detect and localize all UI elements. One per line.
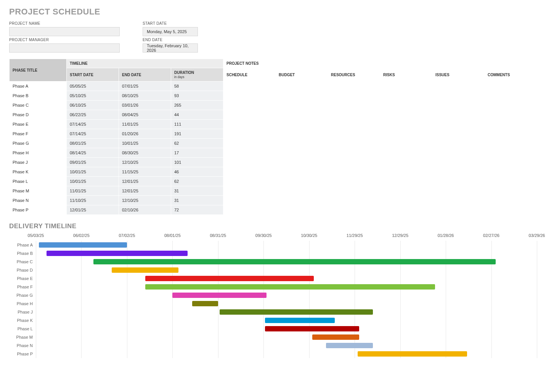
phase-title-cell[interactable]: Phase K xyxy=(10,167,67,177)
issues-cell[interactable] xyxy=(432,158,485,167)
risks-cell[interactable] xyxy=(380,196,432,205)
start-date-cell[interactable]: 11/01/25 xyxy=(67,186,119,196)
resources-cell[interactable] xyxy=(328,186,380,196)
start-date-cell[interactable]: 06/10/25 xyxy=(67,101,119,110)
end-date-cell[interactable]: 08/10/25 xyxy=(119,91,171,101)
risks-cell[interactable] xyxy=(380,110,432,120)
issues-cell[interactable] xyxy=(432,129,485,139)
resources-cell[interactable] xyxy=(328,91,380,101)
issues-cell[interactable] xyxy=(432,82,485,91)
budget-cell[interactable] xyxy=(276,148,328,158)
comments-cell[interactable] xyxy=(485,196,537,205)
issues-cell[interactable] xyxy=(432,91,485,101)
phase-title-cell[interactable]: Phase C xyxy=(10,101,67,110)
risks-cell[interactable] xyxy=(380,167,432,177)
schedule-cell[interactable] xyxy=(223,139,276,148)
comments-cell[interactable] xyxy=(485,148,537,158)
end-date-cell[interactable]: 12/10/25 xyxy=(119,196,171,205)
issues-cell[interactable] xyxy=(432,139,485,148)
budget-cell[interactable] xyxy=(276,139,328,148)
resources-cell[interactable] xyxy=(328,139,380,148)
comments-cell[interactable] xyxy=(485,205,537,215)
budget-cell[interactable] xyxy=(276,120,328,129)
schedule-cell[interactable] xyxy=(223,91,276,101)
end-date-cell[interactable]: 08/04/25 xyxy=(119,110,171,120)
schedule-cell[interactable] xyxy=(223,148,276,158)
end-date-cell[interactable]: 12/01/25 xyxy=(119,177,171,186)
start-date-cell[interactable]: 05/05/25 xyxy=(67,82,119,91)
comments-cell[interactable] xyxy=(485,101,537,110)
resources-cell[interactable] xyxy=(328,120,380,129)
project-name-input[interactable] xyxy=(9,27,120,36)
schedule-cell[interactable] xyxy=(223,205,276,215)
start-date-cell[interactable]: 08/01/25 xyxy=(67,139,119,148)
comments-cell[interactable] xyxy=(485,91,537,101)
start-date-cell[interactable]: 08/14/25 xyxy=(67,148,119,158)
phase-title-cell[interactable]: Phase E xyxy=(10,120,67,129)
issues-cell[interactable] xyxy=(432,110,485,120)
start-date-cell[interactable]: 06/22/25 xyxy=(67,110,119,120)
issues-cell[interactable] xyxy=(432,186,485,196)
start-date-cell[interactable]: 07/14/25 xyxy=(67,120,119,129)
risks-cell[interactable] xyxy=(380,129,432,139)
schedule-cell[interactable] xyxy=(223,129,276,139)
phase-title-cell[interactable]: Phase A xyxy=(10,82,67,91)
start-date-cell[interactable]: 12/01/25 xyxy=(67,205,119,215)
budget-cell[interactable] xyxy=(276,186,328,196)
comments-cell[interactable] xyxy=(485,129,537,139)
schedule-cell[interactable] xyxy=(223,158,276,167)
start-date-cell[interactable]: 11/10/25 xyxy=(67,196,119,205)
resources-cell[interactable] xyxy=(328,148,380,158)
phase-title-cell[interactable]: Phase H xyxy=(10,148,67,158)
phase-title-cell[interactable]: Phase B xyxy=(10,91,67,101)
risks-cell[interactable] xyxy=(380,91,432,101)
comments-cell[interactable] xyxy=(485,139,537,148)
resources-cell[interactable] xyxy=(328,129,380,139)
resources-cell[interactable] xyxy=(328,82,380,91)
phase-title-cell[interactable]: Phase N xyxy=(10,196,67,205)
schedule-cell[interactable] xyxy=(223,120,276,129)
risks-cell[interactable] xyxy=(380,177,432,186)
end-date-input[interactable]: Tuesday, February 10, 2026 xyxy=(143,43,198,53)
risks-cell[interactable] xyxy=(380,205,432,215)
phase-title-cell[interactable]: Phase F xyxy=(10,129,67,139)
issues-cell[interactable] xyxy=(432,196,485,205)
resources-cell[interactable] xyxy=(328,205,380,215)
risks-cell[interactable] xyxy=(380,120,432,129)
phase-title-cell[interactable]: Phase L xyxy=(10,177,67,186)
start-date-cell[interactable]: 05/10/25 xyxy=(67,91,119,101)
comments-cell[interactable] xyxy=(485,158,537,167)
budget-cell[interactable] xyxy=(276,196,328,205)
issues-cell[interactable] xyxy=(432,101,485,110)
end-date-cell[interactable]: 08/30/25 xyxy=(119,148,171,158)
risks-cell[interactable] xyxy=(380,82,432,91)
budget-cell[interactable] xyxy=(276,167,328,177)
comments-cell[interactable] xyxy=(485,110,537,120)
schedule-cell[interactable] xyxy=(223,186,276,196)
end-date-cell[interactable]: 11/01/25 xyxy=(119,120,171,129)
risks-cell[interactable] xyxy=(380,139,432,148)
start-date-cell[interactable]: 09/01/25 xyxy=(67,158,119,167)
resources-cell[interactable] xyxy=(328,167,380,177)
start-date-cell[interactable]: 10/01/25 xyxy=(67,167,119,177)
budget-cell[interactable] xyxy=(276,129,328,139)
budget-cell[interactable] xyxy=(276,91,328,101)
end-date-cell[interactable]: 07/01/25 xyxy=(119,82,171,91)
risks-cell[interactable] xyxy=(380,148,432,158)
comments-cell[interactable] xyxy=(485,167,537,177)
issues-cell[interactable] xyxy=(432,167,485,177)
end-date-cell[interactable]: 03/01/26 xyxy=(119,101,171,110)
budget-cell[interactable] xyxy=(276,82,328,91)
comments-cell[interactable] xyxy=(485,120,537,129)
end-date-cell[interactable]: 01/20/26 xyxy=(119,129,171,139)
resources-cell[interactable] xyxy=(328,158,380,167)
start-date-input[interactable]: Monday, May 5, 2025 xyxy=(143,27,198,36)
start-date-cell[interactable]: 07/14/25 xyxy=(67,129,119,139)
project-manager-input[interactable] xyxy=(9,43,120,53)
budget-cell[interactable] xyxy=(276,101,328,110)
issues-cell[interactable] xyxy=(432,205,485,215)
end-date-cell[interactable]: 10/01/25 xyxy=(119,139,171,148)
phase-title-cell[interactable]: Phase J xyxy=(10,158,67,167)
end-date-cell[interactable]: 12/01/25 xyxy=(119,186,171,196)
risks-cell[interactable] xyxy=(380,101,432,110)
